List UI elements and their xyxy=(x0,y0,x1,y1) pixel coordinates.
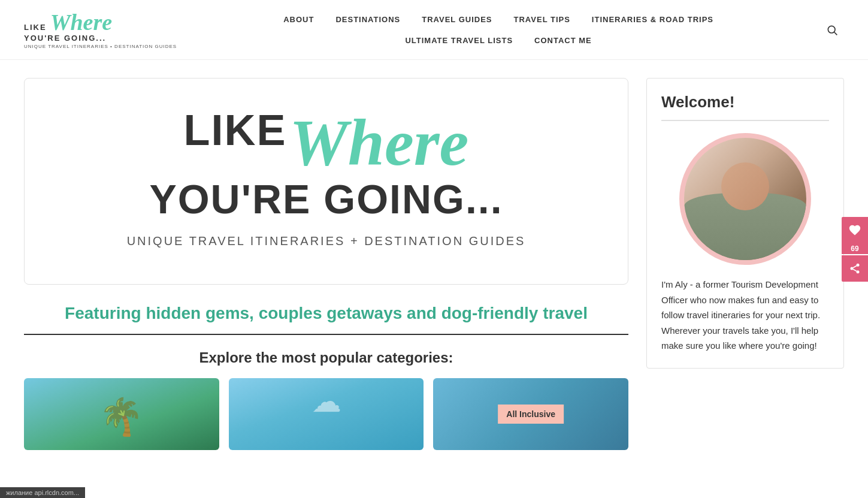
svg-point-2 xyxy=(857,263,860,266)
category-card-1[interactable] xyxy=(24,378,219,450)
hero-youre: YOU'RE GOING... xyxy=(49,176,604,222)
header: LIKE Where YOU'RE GOING... UNIQUE TRAVEL… xyxy=(0,0,868,60)
svg-line-5 xyxy=(853,269,857,271)
nav-row-1: ABOUT DESTINATIONS TRAVEL GUIDES TRAVEL … xyxy=(273,9,724,30)
avatar-wrap xyxy=(661,133,829,265)
category-card-3[interactable]: All Inclusive xyxy=(433,378,628,450)
nav-travel-guides[interactable]: TRAVEL GUIDES xyxy=(411,9,503,30)
logo-text: LIKE Where YOU'RE GOING... UNIQUE TRAVEL… xyxy=(24,11,177,49)
avatar xyxy=(679,133,811,265)
fab-count: 69 xyxy=(842,243,868,254)
nav-contact[interactable]: CONTACT ME xyxy=(524,30,603,51)
nav-row-2: ULTIMATE TRAVEL LISTS CONTACT ME xyxy=(394,30,602,51)
featuring-text: Featuring hidden gems, couples getaways … xyxy=(24,303,628,324)
main-nav: ABOUT DESTINATIONS TRAVEL GUIDES TRAVEL … xyxy=(177,9,820,51)
logo-area[interactable]: LIKE Where YOU'RE GOING... UNIQUE TRAVEL… xyxy=(24,11,177,49)
svg-line-6 xyxy=(853,265,857,267)
svg-point-0 xyxy=(828,26,835,33)
content-divider xyxy=(24,334,628,335)
share-icon xyxy=(849,262,861,274)
sidebar-welcome-title: Welcome! xyxy=(661,93,829,111)
fab-container: 69 xyxy=(842,217,868,282)
hero-where: Where xyxy=(289,106,468,179)
main-area: LIKE Where YOU'RE GOING... UNIQUE TRAVEL… xyxy=(24,78,628,450)
hero-tagline: UNIQUE TRAVEL ITINERARIES + DESTINATION … xyxy=(49,234,604,248)
nav-travel-lists[interactable]: ULTIMATE TRAVEL LISTS xyxy=(394,30,524,51)
sidebar: Welcome! I'm Aly - a former Tourism Deve… xyxy=(646,78,844,450)
sidebar-divider xyxy=(661,120,829,121)
nav-destinations[interactable]: DESTINATIONS xyxy=(325,9,411,30)
svg-point-3 xyxy=(851,267,854,270)
search-icon xyxy=(826,24,838,36)
heart-icon xyxy=(848,224,861,237)
search-button[interactable] xyxy=(820,18,844,42)
category-cards: All Inclusive xyxy=(24,378,628,450)
logo-like: LIKE xyxy=(24,23,47,32)
hero-like: LIKE xyxy=(184,106,287,154)
explore-heading: Explore the most popular categories: xyxy=(24,349,628,366)
logo-where: Where xyxy=(50,11,112,34)
hero-box: LIKE Where YOU'RE GOING... UNIQUE TRAVEL… xyxy=(24,78,628,285)
logo-youre: YOU'RE GOING... xyxy=(24,34,106,43)
fab-heart-button[interactable] xyxy=(842,217,868,243)
sidebar-card: Welcome! I'm Aly - a former Tourism Deve… xyxy=(646,78,844,369)
logo-tagline: UNIQUE TRAVEL ITINERARIES • DESTINATION … xyxy=(24,44,177,49)
nav-travel-tips[interactable]: TRAVEL TIPS xyxy=(503,9,581,30)
nav-about[interactable]: ABOUT xyxy=(273,9,325,30)
inclusive-label: All Inclusive xyxy=(498,405,564,424)
svg-line-1 xyxy=(834,32,837,35)
svg-point-4 xyxy=(857,270,860,273)
fab-share-button[interactable] xyxy=(842,255,868,282)
page-content: LIKE Where YOU'RE GOING... UNIQUE TRAVEL… xyxy=(0,60,868,468)
category-card-2[interactable] xyxy=(229,378,424,450)
sidebar-bio: I'm Aly - a former Tourism Development O… xyxy=(661,277,829,354)
nav-itineraries[interactable]: ITINERARIES & ROAD TRIPS xyxy=(581,9,724,30)
